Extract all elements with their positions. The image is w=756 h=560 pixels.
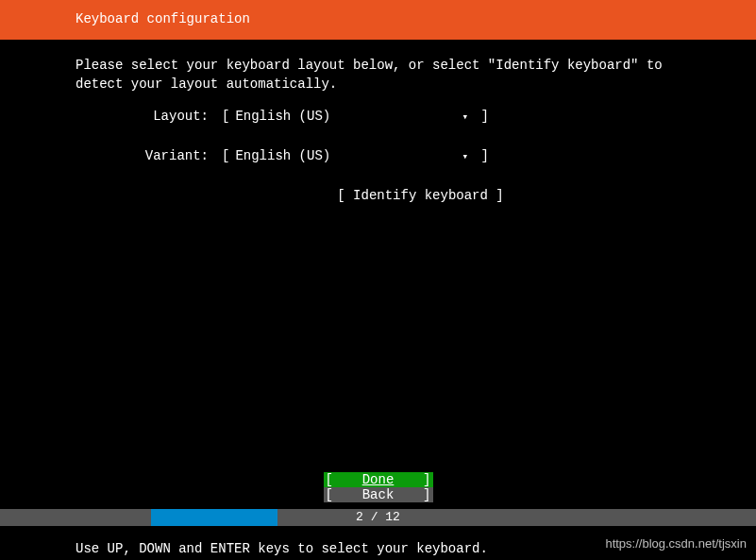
instruction-text: Please select your keyboard layout below… — [76, 57, 680, 93]
header-bar: Keyboard configuration — [0, 0, 756, 40]
main-content: Please select your keyboard layout below… — [0, 40, 756, 203]
bracket-right: ] — [423, 487, 430, 502]
bracket-left: [ — [222, 109, 229, 124]
variant-value: English (US) — [235, 148, 462, 163]
watermark: https://blog.csdn.net/tjsxin — [605, 536, 747, 551]
chevron-down-icon: ▾ — [462, 110, 477, 123]
bracket-right: ] — [423, 472, 430, 487]
layout-value: English (US) — [235, 109, 462, 124]
done-button[interactable]: [ Done ] — [324, 472, 433, 487]
identify-row: [ Identify keyboard ] — [76, 188, 680, 203]
chevron-down-icon: ▾ — [462, 150, 477, 162]
back-label: Back — [362, 487, 395, 502]
bracket-left: [ — [326, 472, 333, 487]
bracket-left: [ — [222, 148, 229, 163]
done-label: Done — [362, 472, 395, 487]
bracket-right: ] — [480, 109, 488, 124]
variant-row: Variant: [ English (US) ▾ ] — [76, 148, 680, 163]
progress-text: 2 / 12 — [0, 509, 756, 526]
layout-label: Layout: — [76, 109, 222, 124]
back-button[interactable]: [ Back ] — [324, 487, 433, 502]
progress-bar: 2 / 12 — [0, 509, 756, 526]
bracket-left: [ — [326, 487, 333, 502]
layout-row: Layout: [ English (US) ▾ ] — [76, 109, 680, 124]
bracket-right: ] — [480, 148, 488, 163]
identify-keyboard-button[interactable]: [ Identify keyboard ] — [337, 188, 503, 203]
variant-label: Variant: — [76, 148, 222, 163]
layout-select[interactable]: [ English (US) ▾ ] — [222, 109, 489, 124]
footer-help-text: Use UP, DOWN and ENTER keys to select yo… — [76, 541, 488, 556]
variant-select[interactable]: [ English (US) ▾ ] — [222, 148, 489, 163]
page-title: Keyboard configuration — [76, 11, 250, 26]
bottom-buttons: [ Done ] [ Back ] — [0, 472, 756, 502]
